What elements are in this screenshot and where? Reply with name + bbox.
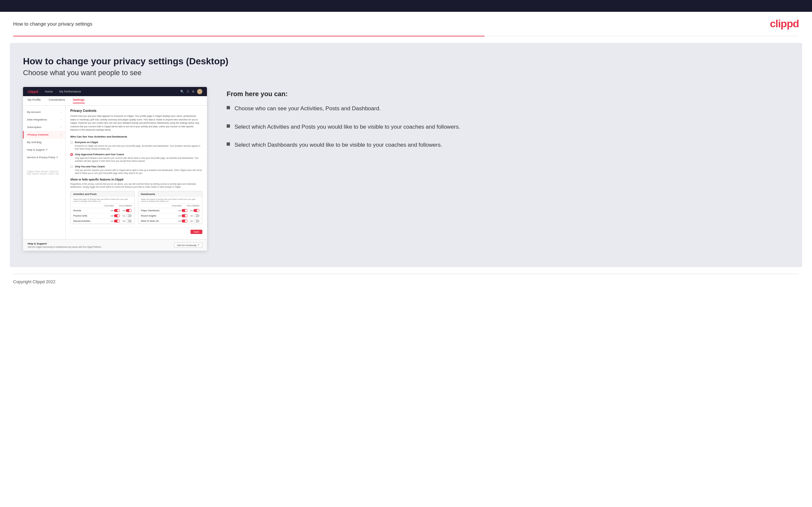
two-column-layout: clippd Home My Performance 🔍 ☷ ⚙ My Prof… [23,87,789,251]
help-section: Help & Support Visit the Clippd communit… [23,239,207,251]
save-button[interactable]: Save [191,230,202,234]
showhide-desc: Regardless of the privacy controls that … [70,182,202,188]
mock-sidebar-account-label: My Account [27,111,40,114]
chevron-icon: › [61,133,61,136]
radio-approved-title: Only Approved Followers and Your Coach [75,153,202,156]
mock-subnav: My Profile Connections Settings [23,96,207,106]
mock-sidebar-policy-label: Service & Privacy Policy ↗ [27,156,58,159]
bullet-item-2: Select which Activities and Posts you wo… [226,123,789,131]
followers-col-label: FOLLOWERS [187,205,199,207]
manual-followers-toggle-group: ON [122,220,132,223]
bullet-text-2: Select which Activities and Posts you wo… [235,123,460,131]
drills-followers-toggle [126,214,132,217]
rounds-coaches-toggle [114,209,120,212]
right-panel: From here you can: Choose who can see yo… [220,87,789,159]
save-row: Save [70,227,202,236]
insights-followers-toggle [194,214,199,217]
bullet-square-2 [226,124,230,128]
coaches-col-label: COACHES [172,205,182,207]
page-subheading: Choose what you want people to see [23,69,789,77]
visit-community-button[interactable]: Visit Our Community ↗ [174,242,202,248]
mock-nav-performance: My Performance [59,90,81,93]
player-toggles: ON ON [179,209,200,212]
external-link-icon: ↗ [197,244,199,246]
chevron-icon: › [61,126,61,128]
workOn-toggles: ON ON [179,220,200,223]
mock-sidebar-privacy: Privacy Controls › [23,131,65,138]
insights-coaches-toggle-group: ON [179,214,188,217]
on-label: ON [122,220,125,222]
workOn-coaches-toggle-group: ON [179,220,188,223]
mock-panel: Privacy Controls Control how you and you… [66,106,207,239]
mock-sidebar-footer: Clippd Client Version: 2022.8.2 SQL Serv… [23,168,65,177]
radio-everyone: Everyone on Clippd Everyone on Clippd ca… [70,141,202,150]
radio-approved-desc: Only approved followers and coaches you … [75,157,202,162]
manual-coaches-toggle-group: ON [111,220,120,223]
mock-logo: clippd [28,90,38,94]
mock-sidebar: My Account › Data Integrations › Subscri… [23,106,66,239]
bullet-text-3: Select which Dashboards you would like t… [235,141,442,149]
version-line1: Clippd Client Version: 2022.8.2 [27,170,61,173]
radio-onlyyou-title: Only You and Your Coach [75,165,202,168]
dashboards-table-title: Dashboards [138,191,202,197]
copyright: Copyright Clippd 2022 [13,279,55,284]
manual-followers-toggle [126,220,132,223]
on-label: ON [179,215,181,217]
player-followers-toggle [194,209,199,212]
mock-sidebar-privacy-label: Privacy Controls [28,133,49,136]
drills-followers-toggle-group: ON [122,214,132,217]
insights-toggles: ON ON [179,214,200,217]
rounds-coaches-toggle-group: ON [111,209,120,212]
on-label: ON [111,215,113,217]
on-label: ON [190,210,193,212]
radio-approved-button [70,153,73,156]
from-here-title: From here you can: [226,90,789,98]
who-can-see-title: Who Can See Your Activities and Dashboar… [70,135,202,138]
bullet-square-1 [226,106,230,109]
mock-nav-home: Home [45,90,53,93]
drills-label: Practice Drills [73,215,111,217]
mock-subnav-connections: Connections [49,98,65,103]
logo: clippd [770,18,799,30]
rounds-followers-toggle-group: ON [122,209,132,212]
mock-sidebar-subscription: Subscription › [23,123,65,131]
dashboards-row-insights: Round Insights ON ON [138,213,202,219]
workOn-followers-toggle [194,220,199,223]
radio-everyone-content: Everyone on Clippd Everyone on Clippd ca… [75,141,202,150]
top-bar [0,0,812,12]
manual-coaches-toggle [114,220,120,223]
mock-sidebar-privacy-policy: Service & Privacy Policy ↗ [23,154,65,161]
mock-sidebar-help: Help & Support ↗ [23,146,65,154]
chevron-icon: › [61,118,61,121]
mock-nav-right: 🔍 ☷ ⚙ [180,89,202,94]
manual-label: Manual Activities [73,220,111,222]
on-label: ON [111,210,113,212]
footer: Copyright Clippd 2022 [0,274,812,289]
showhide-title: Show or hide specific features in Clippd [70,178,202,181]
bullet-item-1: Choose who can see your Activities, Post… [226,104,789,113]
mock-body: My Account › Data Integrations › Subscri… [23,106,207,239]
insights-coaches-toggle [182,214,188,217]
chevron-icon: › [61,111,61,113]
workOn-label: What To Work On [141,220,179,222]
toggle-tables: Activities and Posts Select the types of… [70,191,202,224]
radio-everyone-title: Everyone on Clippd [75,141,202,144]
activities-col-labels: COACHES FOLLOWERS [104,205,132,207]
mock-sidebar-data-integrations: Data Integrations › [23,116,65,123]
activities-table-title: Activities and Posts [70,191,134,197]
header-divider [13,36,799,37]
header: How to change your privacy settings clip… [0,12,812,36]
mock-sidebar-account: My Account › [23,108,65,116]
manual-toggles: ON ON [111,220,132,223]
help-text: Help & Support Visit the Clippd communit… [28,242,102,248]
radio-approved-content: Only Approved Followers and Your Coach O… [75,153,202,162]
dashboards-table: Dashboards Select the types of activity … [138,191,202,224]
radio-onlyyou-desc: Only you and the coaches you connect wit… [75,169,202,175]
player-coaches-toggle-group: ON [179,209,188,212]
dashboards-row-workOn: What To Work On ON ON [138,219,202,224]
search-icon: 🔍 [180,90,184,93]
bullet-list: Choose who can see your Activities, Post… [226,104,789,149]
help-desc: Visit the Clippd community to troublesho… [28,246,102,248]
mock-sidebar-subscription-label: Subscription [27,126,41,129]
drills-coaches-toggle-group: ON [111,214,120,217]
